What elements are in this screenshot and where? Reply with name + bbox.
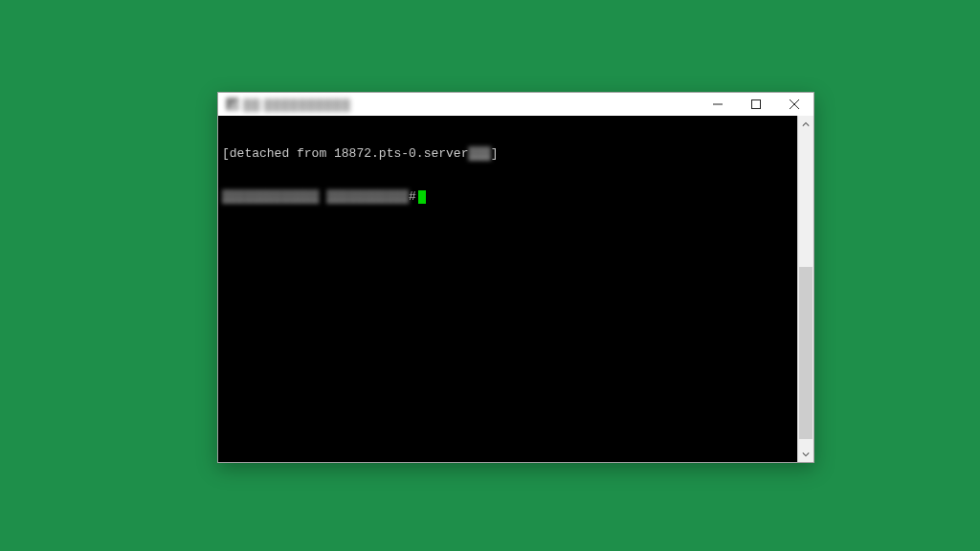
maximize-button[interactable] [737,93,775,116]
close-button[interactable] [775,93,813,116]
scroll-thumb[interactable] [799,267,813,439]
terminal-output[interactable]: [detached from 18872.pts-0.server▓▓▓] ▓▓… [218,116,797,462]
window-titlebar[interactable]: ▓▓ ▓▓▓▓▓▓▓▓▓▓ [218,93,813,116]
prompt-hash: # [409,189,416,204]
chevron-up-icon [802,121,810,128]
chevron-down-icon [802,451,810,458]
svg-rect-1 [752,100,761,109]
minimize-button[interactable] [699,93,737,116]
scroll-down-button[interactable] [798,446,813,462]
scroll-up-button[interactable] [798,116,813,132]
terminal-line-detached: [detached from 18872.pts-0.server▓▓▓] [222,146,793,161]
redacted-user-host: ▓▓▓▓▓▓▓▓▓▓▓▓▓ [222,189,319,204]
detached-close: ] [491,146,499,161]
scroll-track[interactable] [798,132,813,446]
redacted-path: ▓▓▓▓▓▓▓▓▓▓▓ [326,189,409,204]
detached-text: [detached from 18872.pts-0.server [222,146,468,161]
minimize-icon [713,99,723,109]
terminal-window: ▓▓ ▓▓▓▓▓▓▓▓▓▓ [detached from 18872.pts-0… [217,92,814,463]
vertical-scrollbar[interactable] [797,116,813,462]
maximize-icon [751,99,761,109]
close-icon [790,99,799,109]
client-area: [detached from 18872.pts-0.server▓▓▓] ▓▓… [218,116,813,462]
title-left: ▓▓ ▓▓▓▓▓▓▓▓▓▓ [226,98,350,111]
terminal-prompt-line: ▓▓▓▓▓▓▓▓▓▓▓▓▓ ▓▓▓▓▓▓▓▓▓▓▓# [222,189,793,204]
redacted-hostname: ▓▓▓ [468,146,490,161]
terminal-cursor [418,190,426,204]
window-title: ▓▓ ▓▓▓▓▓▓▓▓▓▓ [243,98,350,111]
window-controls [699,93,813,116]
terminal-app-icon [226,98,239,111]
